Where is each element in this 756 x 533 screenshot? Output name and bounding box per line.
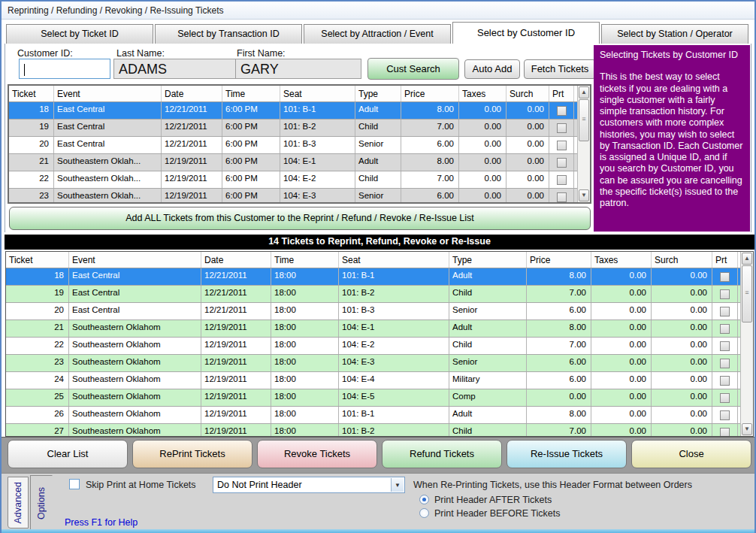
prt-checkbox[interactable] (557, 192, 567, 202)
column-header-prt[interactable]: Prt (549, 86, 574, 101)
scroll-up-icon[interactable]: ▲ (742, 253, 752, 265)
scroll-down-icon[interactable]: ▼ (742, 423, 752, 435)
cell-taxes: 0.00 (591, 407, 652, 423)
table-row[interactable]: 18East Central12/21/20116:00 PM101: B-1A… (9, 102, 577, 120)
reprint-tickets-button[interactable]: RePrint Tickets (132, 440, 253, 468)
column-header-seat[interactable]: Seat (280, 86, 355, 101)
prt-checkbox[interactable] (720, 289, 730, 299)
radio-print-before[interactable] (419, 508, 429, 518)
column-header-taxes[interactable]: Taxes (459, 86, 507, 101)
fetch-tickets-button[interactable]: Fetch Tickets (524, 59, 596, 79)
tab-select-by-transaction-id[interactable]: Select by Transaction ID (155, 24, 302, 44)
table-row[interactable]: 21Southeastern Oklahom12/19/201118:00104… (6, 320, 740, 338)
bottom-grid-scrollbar[interactable]: ▲ ▼ (740, 252, 753, 436)
cell-date: 12/21/2011 (201, 268, 271, 285)
top-grid-scrollbar[interactable]: ▲ ▼ (577, 86, 590, 202)
table-row[interactable]: 26Southeastern Oklahom12/19/201118:00101… (6, 407, 740, 424)
prt-checkbox[interactable] (720, 272, 730, 282)
column-header-type[interactable]: Type (355, 86, 401, 101)
tab-select-by-customer-id[interactable]: Select by Customer ID (452, 22, 600, 44)
cell-price: 6.00 (527, 355, 591, 371)
cell-surch: 0.00 (652, 303, 712, 319)
column-header-time[interactable]: Time (271, 252, 339, 268)
column-header-ticket[interactable]: Ticket (9, 86, 54, 101)
table-row[interactable]: 23Southeastern Oklah...12/19/20116:00 PM… (9, 189, 577, 202)
table-row[interactable]: 24Southeastern Oklahom12/19/201118:00104… (6, 372, 740, 389)
column-header-type[interactable]: Type (449, 252, 527, 268)
table-row[interactable]: 27Southeastern Oklahom12/19/201118:00101… (6, 424, 740, 436)
cell-price: 8.00 (401, 154, 459, 171)
re-issue-tickets-button[interactable]: Re-Issue Tickets (507, 440, 627, 468)
column-header-date[interactable]: Date (201, 252, 271, 268)
scroll-thumb[interactable] (579, 99, 589, 141)
column-header-price[interactable]: Price (527, 252, 591, 268)
column-header-date[interactable]: Date (162, 86, 222, 101)
cust-search-button[interactable]: Cust Search (367, 58, 459, 80)
column-header-price[interactable]: Price (401, 86, 459, 101)
table-row[interactable]: 21Southeastern Oklah...12/19/20116:00 PM… (9, 154, 577, 171)
prt-checkbox[interactable] (720, 428, 730, 437)
column-header-event[interactable]: Event (54, 86, 162, 101)
table-row[interactable]: 22Southeastern Oklah...12/19/20116:00 PM… (9, 171, 577, 189)
table-row[interactable]: 20East Central12/21/201118:00101: B-3Sen… (6, 303, 740, 320)
skip-print-checkbox[interactable] (69, 479, 80, 489)
column-header-seat[interactable]: Seat (339, 252, 449, 268)
column-header-ticket[interactable]: Ticket (6, 252, 69, 268)
auto-add-button[interactable]: Auto Add (464, 59, 520, 79)
help-link[interactable]: Press F1 for Help (65, 517, 138, 528)
add-all-tickets-button[interactable]: Add ALL Tickets from this Customer to th… (9, 207, 591, 230)
cell-taxes: 0.00 (459, 120, 507, 136)
cell-seat: 101: B-2 (280, 120, 355, 136)
header-format-dropdown[interactable]: Do Not Print Header ▼ (213, 477, 405, 493)
cell-prt (549, 137, 574, 153)
prt-checkbox[interactable] (720, 376, 730, 386)
column-header-event[interactable]: Event (69, 252, 201, 268)
column-header-time[interactable]: Time (222, 86, 280, 101)
tab-select-by-ticket-id[interactable]: Select by Ticket ID (6, 24, 153, 44)
customer-id-input[interactable] (19, 59, 110, 79)
scroll-thumb[interactable] (742, 265, 752, 323)
first-name-field[interactable]: GARY (235, 59, 361, 79)
prt-checkbox[interactable] (720, 393, 730, 403)
prt-checkbox[interactable] (557, 175, 567, 185)
prt-checkbox[interactable] (720, 324, 730, 334)
cell-price: 8.00 (401, 102, 459, 119)
scroll-down-icon[interactable]: ▼ (579, 189, 589, 201)
radio-print-after[interactable] (419, 495, 429, 504)
table-row[interactable]: 18East Central12/21/201118:00101: B-1Adu… (6, 268, 740, 286)
prt-checkbox[interactable] (720, 307, 730, 316)
clear-list-button[interactable]: Clear List (8, 440, 128, 468)
cell-type: Senior (449, 355, 527, 371)
refund-tickets-button[interactable]: Refund Tickets (382, 440, 502, 468)
cell-ticket: 20 (9, 137, 54, 153)
prt-checkbox[interactable] (557, 158, 567, 168)
cell-seat: 101: B-1 (339, 407, 449, 423)
table-row[interactable]: 23Southeastern Oklahom12/19/201118:00104… (6, 355, 740, 372)
revoke-tickets-button[interactable]: Revoke Tickets (257, 440, 377, 468)
prt-checkbox[interactable] (720, 359, 730, 368)
cell-prt (712, 389, 738, 406)
table-row[interactable]: 19East Central12/21/20116:00 PM101: B-2C… (9, 120, 577, 137)
column-header-surch[interactable]: Surch (652, 252, 712, 268)
prt-checkbox[interactable] (557, 123, 567, 133)
cell-type: Senior (449, 303, 527, 319)
table-row[interactable]: 19East Central12/21/201118:00101: B-2Chi… (6, 286, 740, 303)
close-button[interactable]: Close (631, 440, 751, 468)
prt-checkbox[interactable] (557, 106, 567, 116)
prt-checkbox[interactable] (720, 341, 730, 351)
tab-select-by-station-operator[interactable]: Select by Station / Operator (601, 24, 748, 44)
table-row[interactable]: 20East Central12/21/20116:00 PM101: B-3S… (9, 137, 577, 154)
table-row[interactable]: 22Southeastern Oklahom12/19/201118:00104… (6, 338, 740, 355)
scroll-up-icon[interactable]: ▲ (579, 86, 589, 98)
table-row[interactable]: 25Southeastern Oklahom12/19/201118:00104… (6, 389, 740, 407)
tab-select-by-attraction-event[interactable]: Select by Attraction / Event (304, 24, 451, 44)
column-header-surch[interactable]: Surch (507, 86, 549, 101)
prt-checkbox[interactable] (557, 141, 567, 150)
last-name-field[interactable]: ADAMS (113, 59, 244, 79)
tab-options[interactable]: Options (30, 475, 53, 531)
customer-tickets-grid: TicketEventDateTimeSeatTypePriceTaxesSur… (8, 84, 591, 204)
tab-advanced[interactable]: Advanced (8, 477, 29, 528)
column-header-taxes[interactable]: Taxes (591, 252, 652, 268)
column-header-prt[interactable]: Prt (712, 252, 738, 268)
prt-checkbox[interactable] (720, 410, 730, 420)
